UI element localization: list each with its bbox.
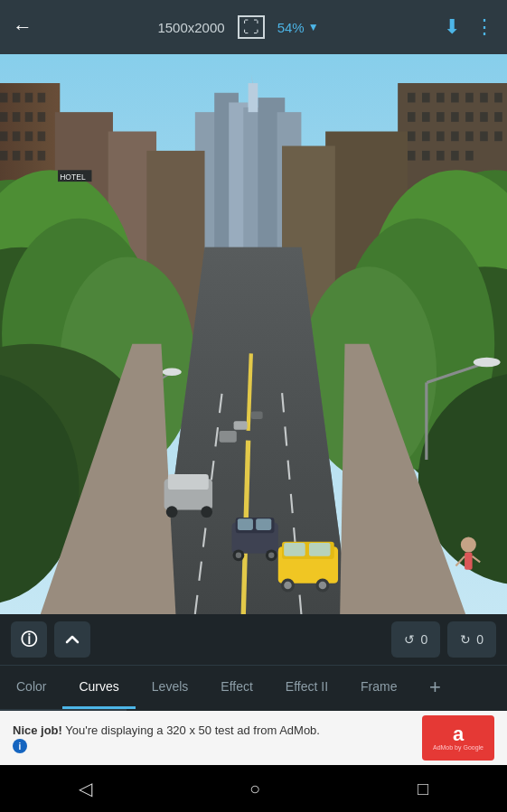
back-button[interactable]: ← xyxy=(13,15,33,39)
undo-count: 0 xyxy=(420,632,427,647)
ad-logo-sub: AdMob by Google xyxy=(433,744,484,751)
info-button[interactable]: ⓘ xyxy=(11,621,47,658)
tabs-row: Color Curves Levels Effect Effect II Fra… xyxy=(0,665,507,709)
toolbar-center: 1500x2000 ⛶ 54% ▼ xyxy=(157,15,318,39)
ad-logo: a AdMob by Google xyxy=(422,715,494,761)
more-options-button[interactable]: ⋮ xyxy=(474,15,494,39)
action-row: ⓘ ↺ 0 ↻ 0 xyxy=(0,614,507,665)
tab-add-button[interactable]: + xyxy=(414,666,457,709)
undo-button[interactable]: ↺ 0 xyxy=(391,621,440,658)
top-toolbar: ← 1500x2000 ⛶ 54% ▼ ⬇ ⋮ xyxy=(0,0,507,54)
redo-button[interactable]: ↻ 0 xyxy=(447,621,496,658)
ad-logo-letter: a xyxy=(453,724,464,744)
redo-icon: ↻ xyxy=(460,632,471,647)
nav-recents-button[interactable]: □ xyxy=(418,779,428,799)
undo-icon: ↺ xyxy=(404,632,415,647)
zoom-caret-icon: ▼ xyxy=(308,21,319,33)
image-size-label: 1500x2000 xyxy=(157,20,224,35)
ad-banner[interactable]: Nice job! You're displaying a 320 x 50 t… xyxy=(0,711,507,765)
action-right: ↺ 0 ↻ 0 xyxy=(391,621,496,658)
redo-count: 0 xyxy=(476,632,484,647)
collapse-button[interactable] xyxy=(54,621,90,658)
toolbar-left: ← xyxy=(13,15,33,39)
download-button[interactable]: ⬇ xyxy=(444,15,460,39)
ad-text-area: Nice job! You're displaying a 320 x 50 t… xyxy=(13,723,413,753)
action-left: ⓘ xyxy=(11,621,90,658)
tab-curves[interactable]: Curves xyxy=(62,667,135,709)
zoom-label: 54% xyxy=(277,20,305,35)
ad-info-icon[interactable]: i xyxy=(13,739,27,753)
ad-text: Nice job! You're displaying a 320 x 50 t… xyxy=(13,723,413,739)
tab-color[interactable]: Color xyxy=(0,667,62,709)
image-area: HOTEL xyxy=(0,54,507,614)
nav-back-button[interactable]: ◁ xyxy=(79,778,92,799)
ad-nice-job: Nice job! xyxy=(13,723,62,737)
tab-frame[interactable]: Frame xyxy=(344,667,413,709)
zoom-selector[interactable]: 54% ▼ xyxy=(277,20,319,35)
city-image: HOTEL xyxy=(0,54,507,614)
nav-home-button[interactable]: ○ xyxy=(249,779,260,799)
fullscreen-icon[interactable]: ⛶ xyxy=(238,15,265,39)
tab-levels[interactable]: Levels xyxy=(136,667,204,709)
svg-rect-123 xyxy=(0,54,507,614)
ad-description: You're displaying a 320 x 50 test ad fro… xyxy=(62,723,320,737)
android-nav-bar: ◁ ○ □ xyxy=(0,765,507,812)
bottom-controls: ⓘ ↺ 0 ↻ 0 Color Curves Levels Effect Eff… xyxy=(0,614,507,711)
tab-effect2[interactable]: Effect II xyxy=(269,667,344,709)
toolbar-right: ⬇ ⋮ xyxy=(444,15,494,39)
tab-effect[interactable]: Effect xyxy=(204,667,269,709)
